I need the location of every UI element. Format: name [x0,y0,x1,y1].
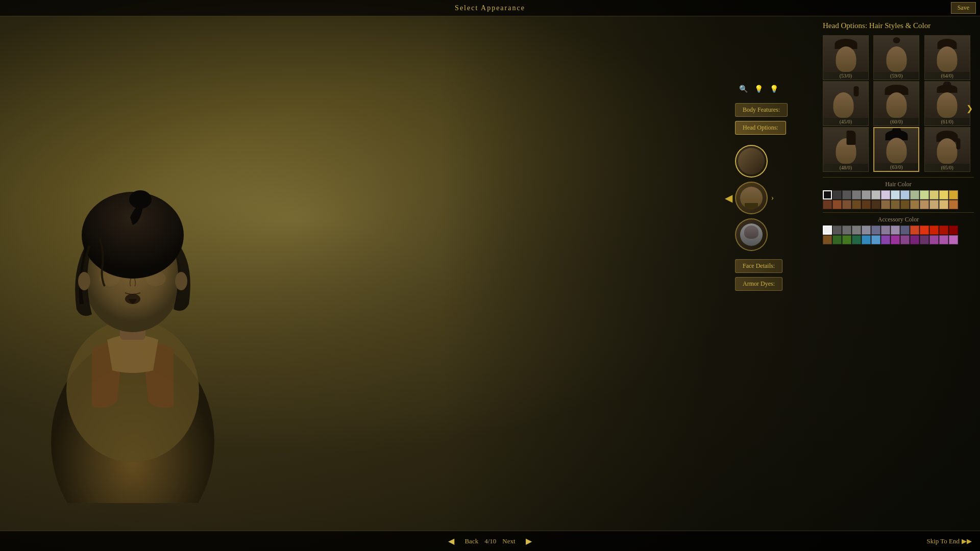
face-details-button[interactable]: Face Details: [735,259,782,273]
hair-color-2[interactable] [842,190,851,199]
head-options-button[interactable]: Head Options: [735,121,786,135]
accessory-divider [823,212,974,213]
acc-color-9[interactable] [910,226,919,235]
bulb-icon-2[interactable]: 💡 [768,83,780,95]
hair-color-r2-0[interactable] [823,200,832,209]
hair-color-9[interactable] [910,190,919,199]
hair-style-63[interactable]: (63/0) [873,127,919,172]
acc-color-r2-11[interactable] [929,235,939,244]
face-preview-1[interactable] [735,145,768,178]
accessory-color-row1 [823,226,974,235]
acc-color-r2-4[interactable] [862,235,871,244]
acc-color-r2-5[interactable] [871,235,880,244]
hair-color-row2 [823,200,974,209]
hair-divider [823,177,974,178]
face-preview-2[interactable] [735,182,768,214]
hair-color-8[interactable] [900,190,910,199]
acc-color-r2-3[interactable] [852,235,861,244]
acc-color-0[interactable] [823,226,832,235]
hair-color-1[interactable] [832,190,842,199]
acc-color-4[interactable] [862,226,871,235]
main-content: 🔍 💡 💡 Body Features: Head Options: ◀ [0,16,980,531]
body-features-button[interactable]: Body Features: [735,103,788,117]
face-previews: ◀ › [735,145,768,251]
bulb-icon-1[interactable]: 💡 [752,83,765,95]
svg-point-13 [78,272,90,290]
acc-color-1[interactable] [832,226,842,235]
armor-dyes-button[interactable]: Armor Dyes: [735,277,782,291]
hair-color-r2-12[interactable] [939,200,948,209]
page-indicator: 4/10 [484,537,496,545]
hair-style-61[interactable]: (61/0) [924,81,970,126]
acc-color-r2-7[interactable] [891,235,900,244]
acc-color-13[interactable] [949,226,958,235]
hair-color-r2-1[interactable] [832,200,842,209]
hair-color-6[interactable] [881,190,890,199]
acc-color-r2-1[interactable] [832,235,842,244]
hair-color-r2-4[interactable] [862,200,871,209]
acc-color-3[interactable] [852,226,861,235]
hair-color-grid [823,190,974,209]
magnify-icon[interactable]: 🔍 [737,83,749,95]
acc-color-r2-6[interactable] [881,235,890,244]
hair-color-r2-8[interactable] [900,200,910,209]
hair-color-r2-13[interactable] [949,200,958,209]
hair-color-r2-3[interactable] [852,200,861,209]
hair-color-r2-6[interactable] [881,200,890,209]
svg-point-14 [175,272,187,290]
page-title: Select Appearance [455,4,525,12]
hair-color-r2-11[interactable] [929,200,939,209]
back-button[interactable]: Back [464,537,478,545]
acc-color-r2-8[interactable] [900,235,910,244]
face-preview-3[interactable] [735,218,768,251]
acc-color-5[interactable] [871,226,880,235]
hair-color-12[interactable] [939,190,948,199]
face-nav-right-arrow[interactable]: › [771,193,774,203]
hair-color-4[interactable] [862,190,871,199]
face-nav-left-arrow[interactable]: ◀ [725,192,732,204]
hair-color-r2-5[interactable] [871,200,880,209]
hair-color-7[interactable] [891,190,900,199]
top-bar: Select Appearance Save [0,0,980,16]
next-button[interactable]: Next [502,537,515,545]
hair-color-r2-10[interactable] [920,200,929,209]
right-panel: Head Options: Hair Styles & Color (53/0) [817,16,980,531]
next-arrow[interactable]: ▶ [522,534,536,548]
character-area [0,16,735,531]
acc-color-r2-0[interactable] [823,235,832,244]
hair-style-59[interactable]: (59/0) [873,35,919,80]
hair-style-65[interactable]: (65/0) [924,127,970,172]
hair-color-5[interactable] [871,190,880,199]
prev-arrow[interactable]: ◀ [444,534,458,548]
options-panel: 🔍 💡 💡 Body Features: Head Options: ◀ [735,16,817,531]
hair-style-45[interactable]: (45/0) [823,81,869,126]
acc-color-2[interactable] [842,226,851,235]
hair-color-10[interactable] [920,190,929,199]
hair-color-3[interactable] [852,190,861,199]
hair-color-13[interactable] [949,190,958,199]
hair-style-64[interactable]: (64/0) [924,35,970,80]
acc-color-11[interactable] [929,226,939,235]
acc-color-r2-13[interactable] [949,235,958,244]
acc-color-r2-10[interactable] [920,235,929,244]
acc-color-7[interactable] [891,226,900,235]
acc-color-12[interactable] [939,226,948,235]
hair-style-48[interactable]: (48/0) [823,127,869,172]
hair-color-r2-2[interactable] [842,200,851,209]
skip-to-end-button[interactable]: Skip To End ▶▶ [926,537,972,545]
grid-scroll-right-arrow[interactable]: ❯ [966,104,973,113]
acc-color-10[interactable] [920,226,929,235]
acc-color-r2-9[interactable] [910,235,919,244]
acc-color-r2-2[interactable] [842,235,851,244]
save-button[interactable]: Save [951,2,976,14]
bottom-bar: ◀ Back 4/10 Next ▶ Skip To End ▶▶ [0,531,980,551]
acc-color-6[interactable] [881,226,890,235]
hair-style-60[interactable]: (60/0) [873,81,919,126]
hair-color-r2-9[interactable] [910,200,919,209]
hair-color-0[interactable] [823,190,832,199]
acc-color-r2-12[interactable] [939,235,948,244]
hair-color-11[interactable] [929,190,939,199]
hair-style-53[interactable]: (53/0) [823,35,869,80]
acc-color-8[interactable] [900,226,910,235]
hair-color-r2-7[interactable] [891,200,900,209]
